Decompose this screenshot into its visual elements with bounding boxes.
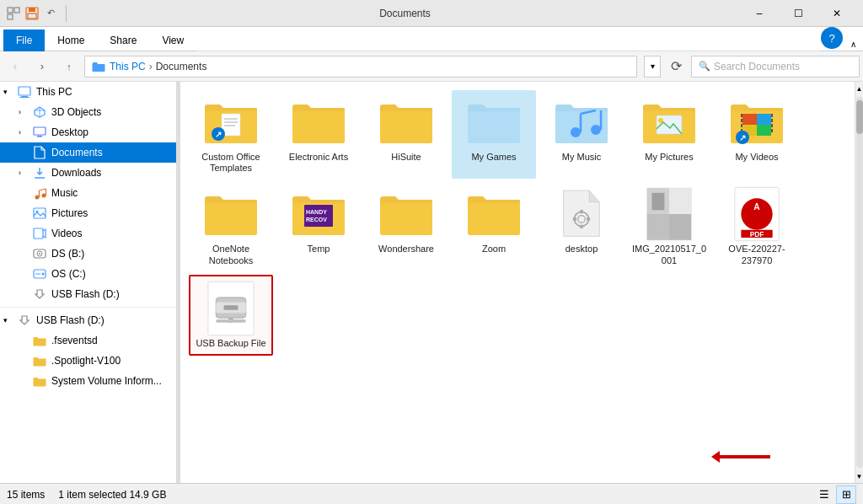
large-icons-view-button[interactable]: ⊞ xyxy=(836,485,856,504)
breadcrumb-documents[interactable]: Documents xyxy=(156,61,207,72)
svg-point-37 xyxy=(571,127,581,137)
file-img[interactable]: IMG_20210517_0001 xyxy=(627,182,711,271)
folder-name-wondershare: Wondershare xyxy=(378,244,434,255)
breadcrumb-dropdown[interactable]: ▾ xyxy=(644,56,661,78)
item-count: 15 items xyxy=(7,489,45,501)
details-view-button[interactable]: ☰ xyxy=(814,485,834,504)
folder-my-videos[interactable]: ↗ My Videos xyxy=(715,90,799,179)
help-icon[interactable]: ? xyxy=(821,27,843,49)
sidebar-item-usb-flash-exp[interactable]: ▾ USB Flash (D:) xyxy=(0,310,176,330)
folder-my-music[interactable]: My Music xyxy=(539,90,624,179)
folder-name-my-games: My Games xyxy=(471,152,516,163)
window-title: Documents xyxy=(70,8,740,19)
back-button[interactable]: ‹ xyxy=(3,55,27,78)
breadcrumb-this-pc[interactable]: This PC xyxy=(110,61,146,72)
folder-zoom[interactable]: Zoom xyxy=(452,182,536,271)
breadcrumb-sep1: › xyxy=(149,61,153,72)
forward-button[interactable]: › xyxy=(30,55,54,78)
breadcrumb[interactable]: This PC › Documents xyxy=(84,56,637,78)
sidebar-item-ds-b[interactable]: DS (B:) xyxy=(0,244,176,264)
svg-rect-73 xyxy=(669,214,691,240)
sidebar-item-3d-objects[interactable]: › 3D Objects xyxy=(0,102,176,122)
save-icon[interactable] xyxy=(25,7,39,20)
folder-icon-temp: HANDY RECOV xyxy=(288,187,349,241)
scrollbar-thumb[interactable] xyxy=(856,100,863,134)
scrollbar-track[interactable] xyxy=(856,97,863,468)
sidebar-item-usb-flash-top[interactable]: USB Flash (D:) xyxy=(0,284,176,304)
minimize-button[interactable]: – xyxy=(740,0,779,27)
sidebar-item-music[interactable]: Music xyxy=(0,183,176,203)
usb-drive-icon xyxy=(17,313,32,328)
sidebar-item-spotlight[interactable]: .Spotlight-V100 xyxy=(0,351,176,371)
file-desktop[interactable]: desktop xyxy=(539,182,624,271)
svg-rect-54 xyxy=(742,114,757,125)
folder-electronic-arts[interactable]: Electronic Arts xyxy=(276,90,361,179)
folder-custom-office[interactable]: ↗ Custom Office Templates xyxy=(189,90,273,179)
folder-icon-hisuite xyxy=(376,95,437,149)
tab-view[interactable]: View xyxy=(149,29,196,51)
arrow-icon: ▾ xyxy=(3,316,15,324)
folder-hisuite[interactable]: HiSuite xyxy=(364,90,448,179)
svg-rect-6 xyxy=(19,87,30,95)
folder-my-pictures[interactable]: My Pictures xyxy=(627,90,711,179)
svg-rect-67 xyxy=(573,218,576,221)
scrollbar-down[interactable]: ▼ xyxy=(855,469,864,483)
arrow-icon: ▾ xyxy=(3,88,15,96)
sidebar-item-this-pc[interactable]: ▾ This PC xyxy=(0,82,176,102)
sidebar-item-sysvolume[interactable]: System Volume Inform... xyxy=(0,371,176,391)
downloads-icon xyxy=(32,165,47,180)
folder-wondershare[interactable]: Wondershare xyxy=(364,182,448,271)
sidebar-item-pictures[interactable]: Pictures xyxy=(0,203,176,223)
file-pdf[interactable]: A PDF OVE-220227-237970 xyxy=(715,182,799,271)
up-button[interactable]: ↑ xyxy=(57,55,81,78)
ribbon-collapse-icon[interactable]: ∧ xyxy=(846,37,860,51)
sidebar-item-downloads[interactable]: › Downloads xyxy=(0,163,176,183)
svg-rect-1 xyxy=(14,8,19,13)
arrow-icon: › xyxy=(19,128,30,137)
sidebar-item-os-c[interactable]: OS (C:) xyxy=(0,264,176,284)
sidebar-label-usb-exp: USB Flash (D:) xyxy=(36,314,105,326)
sidebar-label-usb-top: USB Flash (D:) xyxy=(51,288,120,300)
file-icon-img xyxy=(639,187,700,241)
file-usb-backup[interactable]: USB Backup File xyxy=(189,275,273,356)
svg-rect-0 xyxy=(8,8,13,13)
undo-icon[interactable]: ↶ xyxy=(44,7,57,20)
sidebar-label-fseventsd: .fseventsd xyxy=(51,335,98,346)
folder-temp[interactable]: HANDY RECOV Temp xyxy=(276,182,361,271)
desktop-icon xyxy=(32,125,47,140)
view-controls: ☰ ⊞ xyxy=(814,485,856,504)
ribbon-tabs: File Home Share View ? ∧ xyxy=(0,27,863,51)
svg-rect-5 xyxy=(28,13,36,19)
arrow-indicator xyxy=(711,444,779,472)
svg-rect-2 xyxy=(8,14,13,19)
svg-rect-8 xyxy=(19,97,29,98)
quickaccess-icon1[interactable] xyxy=(7,7,20,20)
maximize-button[interactable]: ☐ xyxy=(779,0,817,27)
svg-text:PDF: PDF xyxy=(750,230,764,239)
search-box[interactable]: 🔍 Search Documents xyxy=(691,56,860,78)
sidebar-item-documents[interactable]: Documents xyxy=(0,142,176,163)
folder-icon-wondershare xyxy=(376,187,437,241)
sidebar-item-desktop[interactable]: › Desktop xyxy=(0,122,176,142)
svg-rect-65 xyxy=(580,210,582,213)
svg-text:↗: ↗ xyxy=(739,133,746,142)
svg-text:HANDY: HANDY xyxy=(306,209,327,215)
search-placeholder: Search Documents xyxy=(714,61,800,72)
tab-file[interactable]: File xyxy=(3,29,45,51)
ribbon: File Home Share View ? ∧ xyxy=(0,27,863,51)
close-button[interactable]: ✕ xyxy=(817,0,856,27)
sidebar-label-desktop: Desktop xyxy=(51,126,88,138)
refresh-button[interactable]: ⟳ xyxy=(664,55,688,78)
tab-share[interactable]: Share xyxy=(97,29,149,51)
svg-text:A: A xyxy=(753,203,760,212)
svg-rect-71 xyxy=(669,189,691,215)
sidebar-item-fseventsd[interactable]: .fseventsd xyxy=(0,330,176,351)
scrollbar-up[interactable]: ▲ xyxy=(855,82,864,95)
folder-onenote[interactable]: OneNote Notebooks xyxy=(189,182,273,271)
folder-icon-my-pictures xyxy=(639,95,700,149)
folder-my-games[interactable]: My Games xyxy=(452,90,536,179)
sidebar-item-videos[interactable]: Videos xyxy=(0,223,176,244)
tab-home[interactable]: Home xyxy=(45,29,97,51)
svg-rect-24 xyxy=(34,228,43,239)
sidebar: ▾ This PC › 3D Objects › Desktop xyxy=(0,82,177,483)
